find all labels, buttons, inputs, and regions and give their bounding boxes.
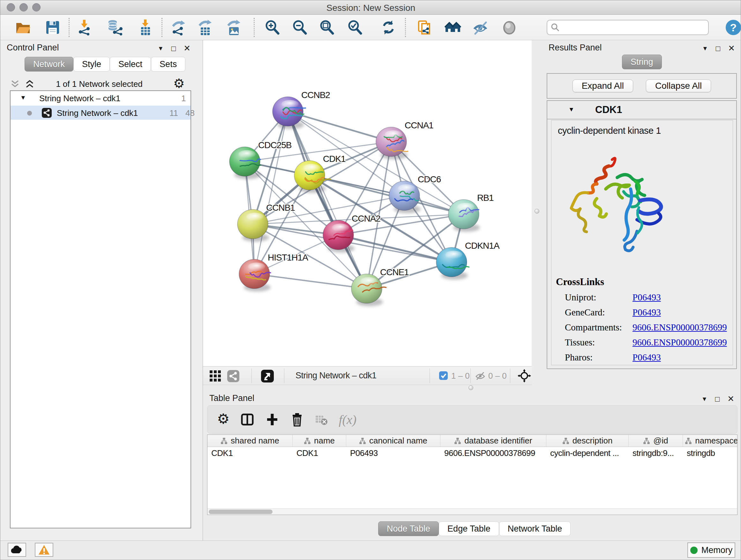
vertical-splitter[interactable] <box>532 40 542 385</box>
horizontal-splitter[interactable] <box>203 385 741 391</box>
toolbar-search[interactable] <box>547 20 709 35</box>
table-cell[interactable]: CDK1 <box>207 447 293 460</box>
collapse-all-icon[interactable] <box>10 80 20 89</box>
network-row[interactable]: String Network – cdk1 11 48 <box>10 106 191 120</box>
delete-column-trash-icon[interactable] <box>290 413 304 427</box>
network-canvas[interactable]: CCNB2CCNA1CDC25BCDK1CDC6RB1CCNB1CCNA2CDK… <box>203 40 532 367</box>
panel-float-icon[interactable]: ▼ <box>701 395 708 402</box>
column-header-shared-name[interactable]: shared name <box>207 435 293 447</box>
open-session-icon[interactable] <box>15 19 31 36</box>
panel-float-icon[interactable]: ▼ <box>158 45 164 52</box>
network-node-cdc6[interactable]: CDC6 <box>389 174 441 213</box>
panel-maximize-icon[interactable]: □ <box>716 44 721 53</box>
tab-style[interactable]: Style <box>73 57 110 71</box>
crosslink-link[interactable]: P06493 <box>632 307 661 318</box>
show-details-eye-icon[interactable] <box>501 19 518 36</box>
zoom-in-icon[interactable] <box>264 19 280 36</box>
collapse-all-button[interactable]: Collapse All <box>646 79 711 92</box>
tab-edge-table[interactable]: Edge Table <box>439 521 499 536</box>
detach-view-icon[interactable] <box>261 370 274 382</box>
panel-maximize-icon[interactable]: □ <box>172 44 176 53</box>
panel-close-icon[interactable]: ✕ <box>727 394 734 404</box>
crosslink-label: Pharos: <box>565 352 632 363</box>
column-header-name[interactable]: name <box>293 435 346 447</box>
table-options-gear-icon[interactable]: ⚙ <box>217 411 229 427</box>
import-network-file-icon[interactable] <box>76 19 92 36</box>
search-input[interactable] <box>560 22 700 33</box>
tab-network-table[interactable]: Network Table <box>499 521 571 536</box>
column-header-canonical-name[interactable]: canonical name <box>346 435 441 447</box>
help-icon[interactable]: ? <box>725 19 741 36</box>
export-image-icon[interactable] <box>226 19 242 36</box>
network-node-count: 11 <box>170 108 178 118</box>
crosslink-link[interactable]: P06493 <box>632 292 661 303</box>
collection-label: String Network – cdk1 <box>39 94 120 104</box>
home-networks-icon[interactable] <box>445 19 461 36</box>
zoom-out-icon[interactable] <box>291 19 308 36</box>
import-table-icon[interactable] <box>137 19 153 36</box>
table-row[interactable]: CDK1CDK1P064939606.ENSP00000378699cyclin… <box>207 447 737 460</box>
clipboard-network-icon[interactable] <box>416 19 433 36</box>
column-header-namespace[interactable]: namespace <box>683 435 738 447</box>
birdseye-crosshair-icon[interactable] <box>518 369 531 382</box>
column-header-description[interactable]: description <box>546 435 629 447</box>
hide-details-eye-slash-icon[interactable] <box>472 19 488 36</box>
shared-column-icon <box>454 437 461 444</box>
refresh-layout-icon[interactable] <box>380 19 397 36</box>
expand-all-button[interactable]: Expand All <box>572 79 633 92</box>
export-network-icon[interactable] <box>171 19 187 36</box>
network-edge[interactable] <box>288 111 391 142</box>
tab-network[interactable]: Network <box>24 57 73 71</box>
expand-all-icon[interactable] <box>24 80 35 89</box>
network-edge[interactable] <box>254 274 367 289</box>
add-column-icon[interactable] <box>265 413 279 427</box>
table-cell[interactable]: stringdb <box>683 447 738 460</box>
svg-text:?: ? <box>730 21 737 34</box>
table-cell[interactable]: cyclin-dependent ... <box>546 447 629 460</box>
tree-caret-icon[interactable]: ▼ <box>20 94 26 101</box>
network-options-gear-icon[interactable]: ⚙ <box>173 76 185 91</box>
gene-section-header[interactable]: ▼ CDK1 <box>547 101 736 119</box>
gene-caret-icon[interactable]: ▼ <box>568 106 575 113</box>
warning-status-button[interactable] <box>35 543 53 557</box>
table-cell[interactable]: CDK1 <box>293 447 346 460</box>
save-session-icon[interactable] <box>44 19 61 36</box>
network-node-cdkn1a[interactable]: CDKN1A <box>436 241 500 280</box>
table-cell[interactable]: P06493 <box>346 447 441 460</box>
network-node-hist1h1a[interactable]: HIST1H1A <box>239 253 308 292</box>
selected-checkbox-icon[interactable] <box>439 371 448 380</box>
table-cell[interactable]: stringdb:9... <box>629 447 683 460</box>
import-network-database-icon[interactable] <box>107 19 124 36</box>
crosslink-link[interactable]: 9606.ENSP00000378699 <box>632 337 727 348</box>
panel-maximize-icon[interactable]: □ <box>715 395 720 403</box>
zoom-selected-icon[interactable] <box>347 19 363 36</box>
network-share-view-icon[interactable] <box>227 370 239 382</box>
column-header-database-identifier[interactable]: database identifier <box>441 435 546 447</box>
panel-float-icon[interactable]: ▼ <box>702 45 708 52</box>
network-node-ccnb2[interactable]: CCNB2 <box>273 90 330 129</box>
table-horizontal-scrollbar[interactable] <box>207 508 737 515</box>
network-collection-row[interactable]: ▼ String Network – cdk1 1 <box>10 91 191 106</box>
table-cell[interactable]: 9606.ENSP00000378699 <box>441 447 546 460</box>
tab-select[interactable]: Select <box>110 57 151 71</box>
tab-node-table[interactable]: Node Table <box>378 521 439 536</box>
network-node-rb1[interactable]: RB1 <box>448 193 494 232</box>
column-header--id[interactable]: @id <box>629 435 683 447</box>
panel-close-icon[interactable]: ✕ <box>184 44 191 53</box>
network-view-toolbar: String Network – cdk1 1 – 0 0 – 0 <box>203 367 532 385</box>
results-panel-title: Results Panel <box>549 43 602 53</box>
zoom-fit-icon[interactable] <box>319 19 335 36</box>
tab-string[interactable]: String <box>622 55 662 69</box>
network-edge[interactable] <box>254 111 288 274</box>
crosslink-link[interactable]: P06493 <box>632 352 661 363</box>
grid-view-icon[interactable] <box>209 370 221 382</box>
tab-sets[interactable]: Sets <box>151 57 185 71</box>
export-table-icon[interactable] <box>197 19 213 36</box>
memory-button[interactable]: Memory <box>687 543 735 558</box>
network-node-ccna1[interactable]: CCNA1 <box>376 120 433 159</box>
crosslink-link[interactable]: 9606.ENSP00000378699 <box>632 322 727 333</box>
cloud-status-button[interactable] <box>8 543 26 557</box>
scrollbar-thumb[interactable] <box>209 509 273 514</box>
show-columns-icon[interactable] <box>240 413 254 427</box>
panel-close-icon[interactable]: ✕ <box>728 44 735 53</box>
